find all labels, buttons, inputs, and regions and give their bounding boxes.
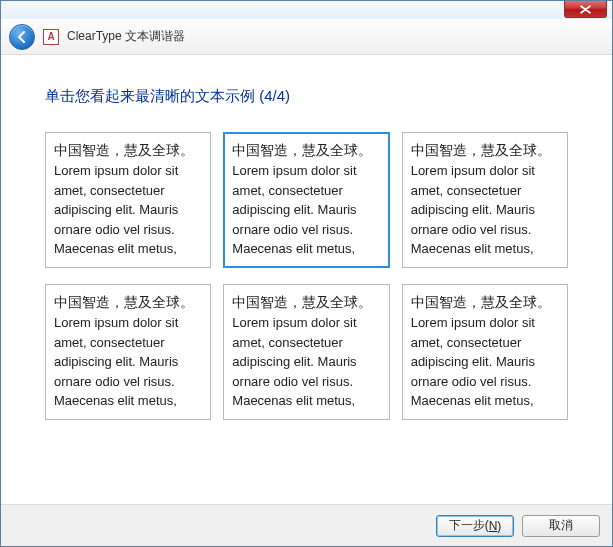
- next-label-accel: N: [489, 519, 498, 533]
- sample-cjk-text: 中国智造，慧及全球。: [411, 141, 559, 161]
- text-sample-6[interactable]: 中国智造，慧及全球。Lorem ipsum dolor sit amet, co…: [402, 284, 568, 420]
- text-sample-3[interactable]: 中国智造，慧及全球。Lorem ipsum dolor sit amet, co…: [402, 132, 568, 268]
- next-label-suffix: ): [497, 519, 501, 533]
- sample-cjk-text: 中国智造，慧及全球。: [54, 293, 202, 313]
- sample-latin-text: Lorem ipsum dolor sit amet, consectetuer…: [54, 161, 202, 259]
- text-sample-1[interactable]: 中国智造，慧及全球。Lorem ipsum dolor sit amet, co…: [45, 132, 211, 268]
- sample-latin-text: Lorem ipsum dolor sit amet, consectetuer…: [54, 313, 202, 411]
- sample-latin-text: Lorem ipsum dolor sit amet, consectetuer…: [232, 161, 380, 259]
- window-title: ClearType 文本调谐器: [67, 28, 185, 45]
- page-heading: 单击您看起来最清晰的文本示例 (4/4): [45, 87, 568, 106]
- sample-cjk-text: 中国智造，慧及全球。: [232, 293, 380, 313]
- back-arrow-icon: [15, 30, 29, 44]
- footer-bar: 下一步(N) 取消: [1, 504, 612, 546]
- app-icon: A: [43, 29, 59, 45]
- text-sample-5[interactable]: 中国智造，慧及全球。Lorem ipsum dolor sit amet, co…: [223, 284, 389, 420]
- next-button[interactable]: 下一步(N): [436, 515, 514, 537]
- header-bar: A ClearType 文本调谐器: [1, 19, 612, 55]
- text-sample-2[interactable]: 中国智造，慧及全球。Lorem ipsum dolor sit amet, co…: [223, 132, 389, 268]
- next-label-prefix: 下一步(: [449, 517, 489, 534]
- sample-cjk-text: 中国智造，慧及全球。: [411, 293, 559, 313]
- sample-cjk-text: 中国智造，慧及全球。: [54, 141, 202, 161]
- text-sample-4[interactable]: 中国智造，慧及全球。Lorem ipsum dolor sit amet, co…: [45, 284, 211, 420]
- sample-latin-text: Lorem ipsum dolor sit amet, consectetuer…: [232, 313, 380, 411]
- cancel-button[interactable]: 取消: [522, 515, 600, 537]
- close-button[interactable]: [564, 1, 607, 18]
- sample-latin-text: Lorem ipsum dolor sit amet, consectetuer…: [411, 161, 559, 259]
- sample-cjk-text: 中国智造，慧及全球。: [232, 141, 380, 161]
- close-icon: [580, 5, 591, 14]
- back-button[interactable]: [9, 24, 35, 50]
- sample-grid: 中国智造，慧及全球。Lorem ipsum dolor sit amet, co…: [45, 132, 568, 420]
- sample-latin-text: Lorem ipsum dolor sit amet, consectetuer…: [411, 313, 559, 411]
